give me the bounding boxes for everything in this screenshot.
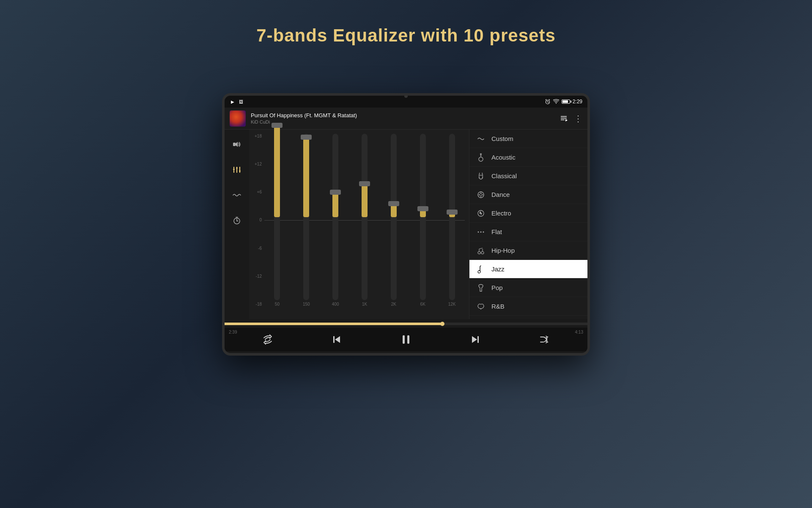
svg-marker-40	[335, 336, 340, 343]
jazz-icon	[476, 265, 486, 274]
eq-band-50[interactable]: 50	[264, 134, 290, 306]
svg-rect-41	[333, 336, 335, 343]
waveform-icon[interactable]	[230, 189, 243, 202]
classical-icon	[476, 171, 486, 181]
more-options-icon[interactable]: ⋮	[574, 113, 582, 124]
preset-item-electro[interactable]: Electro	[469, 204, 587, 223]
svg-marker-8	[565, 119, 568, 121]
wifi-icon	[553, 99, 559, 105]
svg-rect-42	[403, 335, 405, 344]
progress-time-total: 4:13	[575, 330, 583, 334]
eq-handle-150[interactable]	[301, 135, 312, 140]
svg-point-39	[478, 271, 480, 273]
track-info: Pursuit Of Happiness (Ft. MGMT & Ratatat…	[251, 112, 560, 124]
speaker-icon[interactable]	[230, 138, 243, 151]
eq-band-150[interactable]: 150	[294, 134, 319, 306]
preset-flat-label: Flat	[491, 228, 502, 235]
eq-label-0: 0	[259, 218, 262, 222]
playlist-icon[interactable]	[560, 114, 568, 123]
svg-marker-44	[472, 336, 477, 343]
eq-label-18n: -18	[256, 302, 262, 306]
svg-rect-45	[477, 336, 479, 343]
preset-pop-label: Pop	[491, 284, 503, 291]
preset-dance-label: Dance	[491, 191, 510, 198]
previous-button[interactable]	[328, 331, 345, 348]
eq-handle-400[interactable]	[330, 190, 341, 195]
next-button[interactable]	[467, 331, 484, 348]
eq-handle-12k[interactable]	[447, 210, 458, 215]
preset-item-pop[interactable]: Pop	[469, 279, 587, 297]
eq-label-12n: -12	[256, 274, 262, 279]
eq-band-2k[interactable]: 2K	[381, 134, 406, 306]
eq-band-6k[interactable]: 6K	[410, 134, 436, 306]
eq-label-18p: +18	[255, 134, 262, 138]
preset-item-acoustic[interactable]: Acoustic	[469, 148, 587, 167]
preset-hiphop-label: Hip-Hop	[491, 247, 515, 254]
equalizer-area: +18 +12 +6 0 -6 -12 -18	[249, 130, 469, 319]
eq-band-12k[interactable]: 12K	[439, 134, 465, 306]
page-title: 7-bands Equalizer with 10 presets	[0, 0, 812, 46]
eq-label-6n: -6	[258, 246, 262, 251]
rnb-icon	[476, 302, 486, 311]
battery-icon	[562, 99, 570, 104]
svg-rect-9	[233, 143, 236, 146]
main-content: +18 +12 +6 0 -6 -12 -18	[225, 130, 587, 319]
svg-rect-43	[407, 335, 409, 344]
pop-icon	[476, 283, 486, 293]
timer-icon[interactable]	[230, 214, 243, 227]
electro-icon	[476, 209, 486, 218]
eq-handle-6k[interactable]	[417, 206, 428, 211]
svg-line-38	[479, 248, 483, 249]
svg-line-2	[548, 102, 549, 102]
svg-point-35	[481, 251, 484, 254]
shuffle-button[interactable]	[536, 331, 553, 348]
acoustic-icon	[476, 153, 486, 162]
play-notification-icon: ▶	[230, 99, 236, 105]
svg-point-34	[478, 251, 480, 254]
preset-item-hiphop[interactable]: Hip-Hop	[469, 241, 587, 260]
preset-classical-label: Classical	[491, 172, 517, 179]
svg-rect-15	[239, 171, 241, 171]
dance-icon	[476, 190, 486, 199]
sidebar-icons	[225, 130, 249, 319]
preset-item-dance[interactable]: Dance	[469, 185, 587, 204]
eq-handle-1k[interactable]	[359, 181, 370, 186]
preset-item-custom[interactable]: Custom	[469, 130, 587, 148]
eq-handle-2k[interactable]	[388, 201, 399, 206]
eq-band-400[interactable]: 400	[323, 134, 348, 306]
equalizer-sidebar-icon[interactable]	[230, 163, 243, 176]
flat-icon	[476, 227, 486, 237]
preset-item-flat[interactable]: Flat	[469, 223, 587, 241]
image-notification-icon: 🖼	[238, 99, 244, 105]
track-title: Pursuit Of Happiness (Ft. MGMT & Ratatat…	[251, 112, 560, 119]
progress-bar[interactable]	[225, 323, 587, 325]
preset-jazz-label: Jazz	[491, 265, 505, 273]
svg-point-32	[480, 231, 482, 232]
eq-bands: 50 150	[264, 134, 465, 306]
svg-point-25	[480, 193, 482, 196]
preset-item-classical[interactable]: Classical	[469, 167, 587, 185]
preset-item-jazz[interactable]: Jazz	[469, 260, 587, 279]
alarm-icon	[545, 99, 551, 105]
svg-point-31	[478, 231, 479, 232]
pause-button[interactable]	[398, 331, 414, 348]
preset-rnb-label: R&B	[491, 303, 505, 310]
eq-label-12p: +12	[255, 162, 262, 166]
status-right: 2:29	[545, 99, 582, 105]
tablet-device: ▶ 🖼	[222, 93, 590, 356]
svg-line-3	[546, 99, 546, 100]
hiphop-icon	[476, 246, 486, 255]
track-artist: KiD CuDi	[251, 119, 560, 124]
preset-acoustic-label: Acoustic	[491, 154, 516, 161]
eq-handle-50[interactable]	[272, 123, 283, 128]
now-playing-actions: ⋮	[560, 113, 582, 124]
repeat-button[interactable]	[259, 331, 276, 348]
preset-list: Custom Acoustic	[469, 130, 587, 319]
svg-line-4	[549, 99, 550, 100]
preset-item-rnb[interactable]: R&B	[469, 297, 587, 316]
preset-electro-label: Electro	[491, 210, 511, 217]
svg-rect-13	[236, 168, 238, 168]
svg-point-33	[483, 231, 484, 232]
playback-controls	[225, 328, 587, 351]
eq-band-1k[interactable]: 1K	[352, 134, 378, 306]
